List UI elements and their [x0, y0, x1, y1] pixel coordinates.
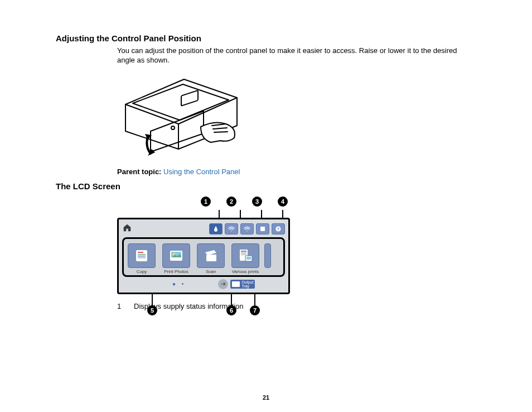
tile-copy: Copy — [126, 243, 157, 274]
tile-scan: Scan — [195, 243, 226, 274]
wifi-icon — [225, 223, 238, 234]
svg-point-14 — [173, 253, 175, 255]
callout-3: 3 — [252, 197, 262, 207]
parent-topic-link[interactable]: Using the Control Panel — [163, 167, 240, 176]
svg-point-1 — [171, 126, 175, 130]
section1-heading: Adjusting the Control Panel Position — [56, 33, 476, 43]
tile-print-photos: Print Photos — [161, 243, 192, 274]
svg-rect-8 — [138, 252, 143, 253]
home-icon — [122, 223, 132, 234]
quiet-mode-icon — [256, 223, 269, 234]
svg-text:?: ? — [277, 227, 279, 231]
svg-rect-22 — [246, 257, 251, 260]
section2-heading: The LCD Screen — [56, 181, 476, 191]
lcd-illustration: 1 2 3 4 — [117, 197, 290, 294]
svg-rect-10 — [138, 256, 146, 257]
parent-topic-label: Parent topic: — [117, 167, 161, 176]
copy-icon — [128, 243, 156, 268]
scan-icon — [197, 243, 225, 268]
callout-1: 1 — [201, 197, 211, 207]
next-arrow-icon: ➔ — [218, 279, 228, 289]
help-icon: ? — [272, 223, 285, 234]
svg-rect-17 — [241, 251, 246, 252]
svg-rect-11 — [138, 257, 146, 258]
tile-label: Scan — [195, 269, 226, 274]
callout-2: 2 — [226, 197, 236, 207]
tile-partial — [264, 243, 270, 274]
callout-6: 6 — [226, 305, 236, 315]
tile-label: Copy — [126, 269, 157, 274]
svg-rect-19 — [241, 253, 246, 254]
svg-rect-9 — [138, 254, 146, 255]
callout-7: 7 — [250, 305, 260, 315]
parent-topic: Parent topic: Using the Control Panel — [117, 167, 476, 176]
photo-icon — [162, 243, 190, 268]
page-number: 21 — [0, 394, 532, 401]
wifi-direct-icon — [240, 223, 254, 234]
tile-various-prints: Various prints — [230, 243, 261, 274]
svg-rect-4 — [260, 227, 265, 231]
ink-status-icon — [209, 223, 223, 234]
various-prints-icon — [231, 243, 259, 268]
section1-body: You can adjust the position of the contr… — [117, 46, 476, 65]
svg-rect-15 — [206, 255, 216, 261]
svg-rect-0 — [181, 90, 198, 106]
tile-label: Various prints — [230, 269, 261, 274]
callout-4: 4 — [278, 197, 288, 207]
lcd-screen: ? Copy Print Photos — [117, 218, 290, 294]
output-tray-button: Output Tray — [230, 280, 255, 289]
page-dots: ● • — [172, 281, 186, 287]
svg-rect-18 — [241, 252, 246, 253]
svg-rect-20 — [241, 255, 246, 255]
callout-5: 5 — [147, 305, 157, 315]
tile-label: Print Photos — [161, 269, 192, 274]
printer-illustration — [117, 71, 476, 162]
